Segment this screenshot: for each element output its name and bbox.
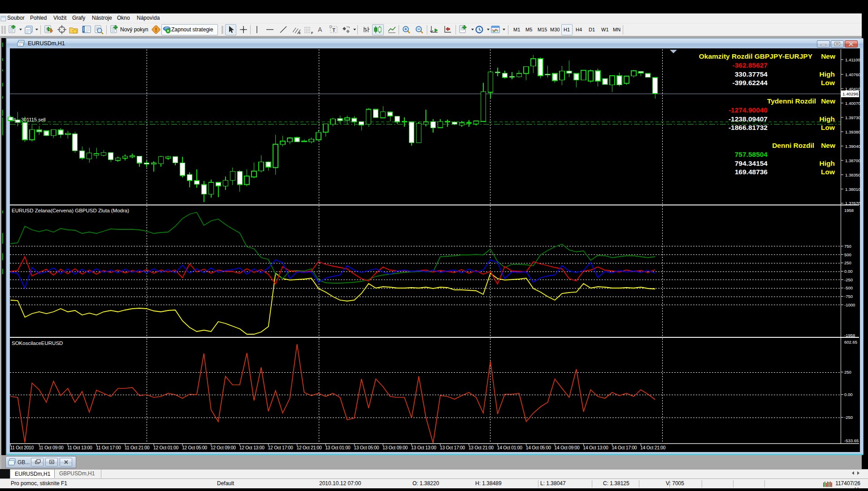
svg-text:13 Oct 09:00: 13 Oct 09:00 bbox=[382, 445, 408, 450]
svg-text:-1958: -1958 bbox=[844, 333, 855, 338]
svg-text:-1000: -1000 bbox=[844, 302, 855, 307]
svg-text:14 Oct 17:00: 14 Oct 17:00 bbox=[612, 445, 637, 450]
svg-text:1.40296: 1.40296 bbox=[842, 91, 859, 96]
svg-text:1.38350: 1.38350 bbox=[845, 172, 860, 177]
svg-text:750: 750 bbox=[844, 244, 851, 249]
svg-text:12 Oct 17:00: 12 Oct 17:00 bbox=[268, 445, 293, 450]
svg-text:Low: Low bbox=[821, 168, 835, 176]
svg-text:12 Oct 01:00: 12 Oct 01:00 bbox=[153, 445, 178, 450]
svg-text:SOKoscilaceEURUSD: SOKoscilaceEURUSD bbox=[12, 340, 63, 346]
svg-text:13 Oct 17:00: 13 Oct 17:00 bbox=[440, 445, 465, 450]
svg-text:1.39040: 1.39040 bbox=[845, 144, 860, 149]
svg-text:-362.85627: -362.85627 bbox=[733, 61, 768, 69]
svg-text:1.40070: 1.40070 bbox=[845, 101, 860, 106]
svg-text:169.48736: 169.48736 bbox=[735, 168, 768, 176]
svg-text:0.00: 0.00 bbox=[844, 269, 853, 274]
svg-text:1.38700: 1.38700 bbox=[845, 158, 860, 163]
svg-text:11 Oct 17:00: 11 Oct 17:00 bbox=[96, 445, 121, 450]
svg-text:794.34154: 794.34154 bbox=[735, 159, 768, 167]
svg-text:-250: -250 bbox=[844, 277, 853, 282]
svg-text:Denni Rozdil: Denni Rozdil bbox=[772, 142, 814, 149]
svg-text:500: 500 bbox=[844, 252, 851, 257]
svg-text:1.39730: 1.39730 bbox=[845, 115, 860, 120]
svg-text:New: New bbox=[821, 142, 836, 149]
svg-text:1.41100: 1.41100 bbox=[845, 57, 860, 62]
svg-text:-1866.81732: -1866.81732 bbox=[729, 124, 768, 131]
svg-text:11 Oct 21:00: 11 Oct 21:00 bbox=[125, 445, 150, 450]
svg-text:11 Oct 2010: 11 Oct 2010 bbox=[10, 445, 34, 450]
svg-text:1.40760: 1.40760 bbox=[845, 72, 860, 77]
svg-text:Low: Low bbox=[821, 79, 835, 86]
svg-text:12 Oct 09:00: 12 Oct 09:00 bbox=[211, 445, 236, 450]
svg-text:New: New bbox=[821, 97, 836, 105]
svg-text:250: 250 bbox=[844, 370, 851, 375]
svg-text:1.37670: 1.37670 bbox=[845, 201, 860, 206]
svg-text:1.38010: 1.38010 bbox=[845, 187, 860, 192]
svg-text:EURUSD Zelana(Cervena) GBPUSD: EURUSD Zelana(Cervena) GBPUSD Zluta (Mod… bbox=[12, 208, 129, 213]
svg-text:0.00: 0.00 bbox=[844, 392, 853, 397]
svg-text:250: 250 bbox=[844, 260, 851, 265]
svg-text:-250: -250 bbox=[844, 415, 853, 420]
svg-text:1.39380: 1.39380 bbox=[845, 129, 860, 134]
svg-text:13 Oct 13:00: 13 Oct 13:00 bbox=[411, 445, 436, 450]
svg-text:-1274.90040: -1274.90040 bbox=[729, 106, 768, 114]
svg-text:-1238.09407: -1238.09407 bbox=[729, 115, 768, 123]
svg-text:High: High bbox=[820, 70, 835, 78]
svg-text:14 Oct 05:00: 14 Oct 05:00 bbox=[526, 445, 551, 450]
svg-text:1958: 1958 bbox=[844, 208, 854, 213]
svg-text:330.37754: 330.37754 bbox=[735, 70, 768, 78]
svg-text:-500: -500 bbox=[844, 285, 853, 290]
svg-text:757.58504: 757.58504 bbox=[735, 151, 768, 158]
svg-text:-399.62244: -399.62244 bbox=[733, 79, 768, 86]
svg-text:14 Oct 09:00: 14 Oct 09:00 bbox=[555, 445, 580, 450]
svg-text:1.40410: 1.40410 bbox=[845, 86, 860, 91]
svg-text:New: New bbox=[821, 52, 836, 60]
svg-text:12 Oct 05:00: 12 Oct 05:00 bbox=[182, 445, 207, 450]
svg-text:13 Oct 01:00: 13 Oct 01:00 bbox=[325, 445, 350, 450]
svg-text:Low: Low bbox=[821, 124, 835, 131]
svg-text:14 Oct 01:00: 14 Oct 01:00 bbox=[497, 445, 522, 450]
svg-text:-533.65: -533.65 bbox=[844, 438, 859, 443]
svg-text:14 Oct 21:00: 14 Oct 21:00 bbox=[640, 445, 665, 450]
svg-text:-750: -750 bbox=[844, 294, 853, 299]
svg-text:11 Oct 09:00: 11 Oct 09:00 bbox=[39, 445, 64, 450]
svg-text:Tydenni Rozdil: Tydenni Rozdil bbox=[767, 97, 816, 105]
svg-text:High: High bbox=[820, 115, 835, 123]
svg-text:Okamzity Rozdil GBPJPY-EURJPY: Okamzity Rozdil GBPJPY-EURJPY bbox=[699, 52, 813, 60]
svg-text:13 Oct 21:00: 13 Oct 21:00 bbox=[469, 445, 494, 450]
svg-text:13 Oct 05:00: 13 Oct 05:00 bbox=[354, 445, 379, 450]
svg-text:14 Oct 13:00: 14 Oct 13:00 bbox=[583, 445, 608, 450]
svg-text:High: High bbox=[820, 159, 835, 167]
svg-text:602.65: 602.65 bbox=[844, 340, 857, 345]
svg-text:12 Oct 13:00: 12 Oct 13:00 bbox=[239, 445, 265, 450]
svg-text:11 Oct 13:00: 11 Oct 13:00 bbox=[67, 445, 92, 450]
svg-text:12 Oct 21:00: 12 Oct 21:00 bbox=[297, 445, 322, 450]
